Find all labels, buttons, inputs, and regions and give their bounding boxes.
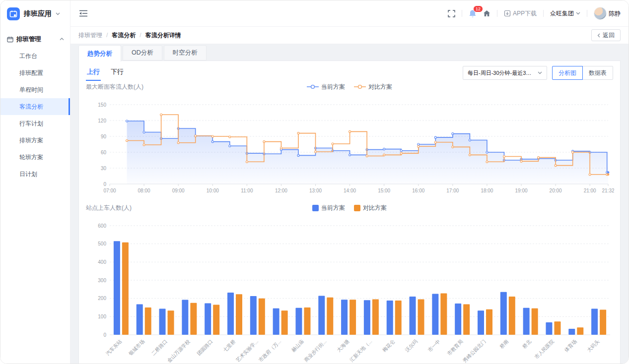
bar-current[interactable] — [159, 309, 166, 335]
bar-current[interactable] — [227, 293, 234, 335]
bar-compare[interactable] — [145, 307, 151, 335]
sidebar-item-1[interactable]: 工作台 — [0, 48, 70, 64]
bar-compare[interactable] — [349, 300, 356, 335]
data-point[interactable] — [143, 144, 145, 146]
bar-current[interactable] — [546, 322, 552, 335]
bar-compare[interactable] — [213, 305, 219, 335]
bar-current[interactable] — [455, 303, 461, 335]
app-download-button[interactable]: APP下载 — [504, 9, 537, 18]
collapse-sidebar-icon[interactable] — [79, 10, 87, 17]
data-point[interactable] — [418, 145, 419, 147]
direction-tab-2[interactable]: 下行 — [110, 65, 125, 81]
bar-compare[interactable] — [486, 309, 492, 335]
bar-compare[interactable] — [122, 243, 129, 335]
bar-current[interactable] — [182, 300, 188, 335]
bar-compare[interactable] — [463, 304, 470, 335]
time-preset-select[interactable]: 每日-周日-30分钟-最近30天... — [463, 66, 547, 80]
data-point[interactable] — [383, 148, 385, 150]
legend-item[interactable]: 当前方案 — [307, 83, 345, 91]
sidebar-item-4[interactable]: 客流分析 — [0, 98, 70, 115]
sidebar-item-2[interactable]: 排班配置 — [0, 64, 70, 81]
data-point[interactable] — [297, 132, 299, 134]
data-point[interactable] — [469, 139, 471, 141]
bar-compare[interactable] — [600, 309, 606, 335]
sidebar-item-8[interactable]: 日计划 — [0, 166, 70, 182]
bar-compare[interactable] — [372, 300, 379, 335]
data-point-end[interactable] — [607, 173, 610, 176]
bar-compare[interactable] — [327, 298, 333, 335]
view-button-2[interactable]: 数据表 — [582, 66, 613, 80]
home-icon[interactable] — [483, 10, 490, 17]
bar-compare[interactable] — [236, 294, 242, 335]
data-point[interactable] — [126, 140, 128, 142]
bar-compare[interactable] — [577, 327, 583, 335]
bar-compare[interactable] — [532, 308, 538, 335]
line-chart[interactable]: 030609012015007:0008:0009:0010:0011:0012… — [86, 97, 614, 196]
bar-compare[interactable] — [509, 297, 515, 335]
legend-item[interactable]: 对比方案 — [354, 83, 392, 91]
data-point[interactable] — [572, 151, 574, 153]
data-point[interactable] — [383, 154, 385, 156]
view-button-1[interactable]: 分析图 — [552, 66, 583, 80]
user-menu[interactable]: 陈静 — [594, 7, 621, 20]
notifications-bell-icon[interactable]: 12 — [469, 9, 477, 18]
data-point[interactable] — [126, 120, 128, 122]
data-point[interactable] — [160, 114, 162, 116]
back-button[interactable]: 返回 — [591, 29, 621, 41]
data-point[interactable] — [486, 161, 488, 163]
tab-3[interactable]: 时空分析 — [164, 45, 207, 61]
data-point[interactable] — [211, 141, 213, 143]
bar-current[interactable] — [500, 292, 507, 335]
data-point[interactable] — [486, 151, 488, 153]
bar-compare[interactable] — [190, 303, 197, 335]
data-point[interactable] — [143, 131, 145, 133]
fullscreen-icon[interactable] — [448, 10, 455, 17]
data-point[interactable] — [195, 135, 197, 137]
sidebar-group-scheduling[interactable]: 排班管理 — [0, 31, 70, 48]
bar-current[interactable] — [318, 296, 325, 335]
bar-current[interactable] — [410, 297, 416, 335]
data-point[interactable] — [469, 154, 471, 156]
data-point[interactable] — [349, 154, 351, 156]
bar-compare[interactable] — [418, 300, 424, 335]
sidebar-item-3[interactable]: 单程时间 — [0, 81, 70, 98]
sidebar-item-5[interactable]: 行车计划 — [0, 115, 70, 132]
data-point[interactable] — [332, 143, 334, 145]
legend-item[interactable]: 对比方案 — [354, 204, 387, 212]
data-point[interactable] — [229, 145, 231, 147]
bar-current[interactable] — [114, 241, 120, 335]
sidebar-item-7[interactable]: 轮班方案 — [0, 149, 70, 166]
data-point[interactable] — [229, 136, 231, 138]
bar-compare[interactable] — [259, 299, 265, 335]
data-point[interactable] — [520, 160, 522, 162]
breadcrumb-item[interactable]: 排班管理 — [78, 31, 102, 40]
data-point[interactable] — [280, 147, 282, 149]
tab-1[interactable]: 趋势分析 — [78, 45, 121, 61]
data-point[interactable] — [211, 135, 213, 137]
app-logo-row[interactable]: 排班应用 — [0, 0, 70, 27]
data-point[interactable] — [177, 142, 179, 144]
bar-current[interactable] — [523, 308, 530, 335]
bar-compare[interactable] — [168, 310, 174, 335]
bar-current[interactable] — [137, 304, 143, 335]
bar-current[interactable] — [478, 310, 484, 335]
data-point[interactable] — [297, 154, 299, 156]
bar-current[interactable] — [591, 309, 598, 335]
bar-compare[interactable] — [304, 307, 310, 335]
bar-current[interactable] — [364, 300, 370, 335]
data-point[interactable] — [418, 143, 419, 145]
data-point[interactable] — [366, 155, 368, 157]
data-point[interactable] — [349, 130, 351, 132]
bar-current[interactable] — [432, 294, 438, 335]
data-point[interactable] — [400, 152, 402, 154]
breadcrumb-item[interactable]: 客流分析 — [112, 31, 136, 40]
data-point[interactable] — [315, 151, 317, 153]
data-point[interactable] — [503, 156, 505, 158]
tab-2[interactable]: OD分析 — [123, 45, 162, 61]
bar-compare[interactable] — [281, 310, 288, 335]
data-point[interactable] — [246, 161, 248, 163]
data-point[interactable] — [538, 157, 540, 159]
bar-chart[interactable]: 0100200300400500600汽车东站银城市场二桥路口金山万源学校团圆路… — [86, 218, 614, 364]
bar-current[interactable] — [250, 296, 257, 335]
data-point-end[interactable] — [607, 171, 610, 174]
